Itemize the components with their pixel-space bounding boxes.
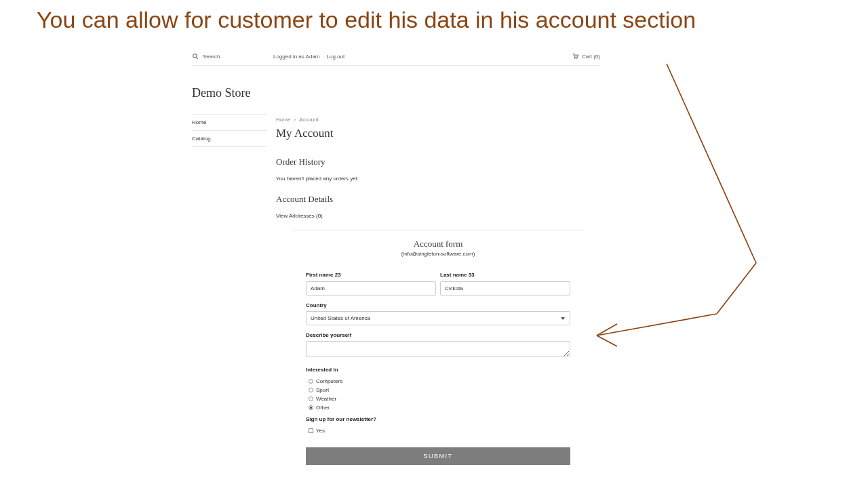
radio-label: Sport — [316, 387, 329, 393]
svg-point-3 — [576, 58, 577, 59]
content: Home › Account My Account Order History … — [276, 114, 600, 465]
form-title: Account form — [276, 239, 600, 249]
newsletter-group: Yes — [306, 425, 570, 439]
annotation-arrow — [590, 60, 766, 351]
radio-icon — [309, 379, 313, 384]
store-title[interactable]: Demo Store — [192, 66, 600, 114]
radio-computers[interactable]: Computers — [309, 377, 570, 386]
logout-link[interactable]: Log out — [327, 54, 345, 60]
last-name-input[interactable] — [440, 281, 570, 296]
svg-line-5 — [717, 263, 756, 314]
radio-label: Other — [316, 405, 330, 411]
topbar: Search Logged in as Adam Log out Cart (0… — [192, 49, 600, 66]
cart-icon — [572, 53, 579, 60]
breadcrumb-current: Account — [299, 117, 319, 123]
checkbox-icon — [309, 428, 313, 433]
sidebar: Home Catalog — [192, 114, 267, 465]
radio-icon — [309, 388, 313, 392]
order-history-heading: Order History — [276, 157, 600, 167]
newsletter-label: Sign up for our newsletter? — [306, 416, 570, 422]
interested-radio-group: Computers Sport Weather Other — [306, 375, 570, 416]
radio-sport[interactable]: Sport — [309, 386, 570, 394]
radio-icon — [309, 396, 313, 401]
view-addresses-link[interactable]: View Addresses (0) — [276, 213, 600, 219]
svg-point-2 — [574, 58, 575, 59]
account-details-heading: Account Details — [276, 194, 600, 205]
sidebar-item-catalog[interactable]: Catalog — [192, 131, 267, 147]
first-name-input[interactable] — [306, 281, 436, 296]
describe-label: Describe yourself — [306, 332, 570, 338]
submit-button[interactable]: SUBMIT — [306, 447, 570, 465]
radio-label: Computers — [316, 378, 342, 384]
last-name-label: Last name 33 — [440, 272, 570, 278]
radio-weather[interactable]: Weather — [309, 394, 570, 403]
order-history-empty: You haven't placed any orders yet. — [276, 176, 600, 182]
checkbox-label: Yes — [316, 428, 325, 434]
first-name-label: First name 23 — [306, 272, 436, 278]
account-form: Account form (info@singleton-software.co… — [276, 239, 600, 465]
demo-store-frame: Search Logged in as Adam Log out Cart (0… — [192, 49, 600, 465]
radio-label: Weather — [316, 396, 336, 402]
chevron-right-icon: › — [292, 117, 298, 123]
country-label: Country — [306, 302, 570, 308]
breadcrumb-home[interactable]: Home — [276, 117, 290, 123]
annotation-caption: You can allow for customer to edit his d… — [37, 7, 841, 33]
search-icon — [192, 53, 199, 60]
search-placeholder: Search — [203, 54, 220, 60]
page-title: My Account — [276, 127, 600, 140]
svg-line-6 — [597, 314, 717, 336]
country-select[interactable]: United States of America — [306, 311, 570, 325]
radio-icon — [309, 405, 313, 410]
cart-label: Cart (0) — [582, 54, 600, 60]
radio-other[interactable]: Other — [309, 403, 570, 412]
logged-in-label: Logged in as Adam — [273, 54, 320, 60]
svg-line-1 — [197, 58, 198, 59]
svg-point-0 — [193, 54, 197, 58]
form-subcaption: (info@singleton-software.com) — [276, 251, 600, 257]
search-wrap[interactable]: Search — [192, 53, 273, 60]
cart-link[interactable]: Cart (0) — [572, 53, 600, 60]
sidebar-item-home[interactable]: Home — [192, 114, 267, 131]
divider — [292, 230, 584, 230]
newsletter-yes[interactable]: Yes — [309, 426, 570, 435]
auth-block: Logged in as Adam Log out — [273, 54, 344, 60]
describe-textarea[interactable] — [306, 341, 570, 357]
svg-line-4 — [667, 64, 756, 263]
breadcrumb: Home › Account — [276, 114, 600, 127]
interested-label: Interested In — [306, 367, 570, 373]
